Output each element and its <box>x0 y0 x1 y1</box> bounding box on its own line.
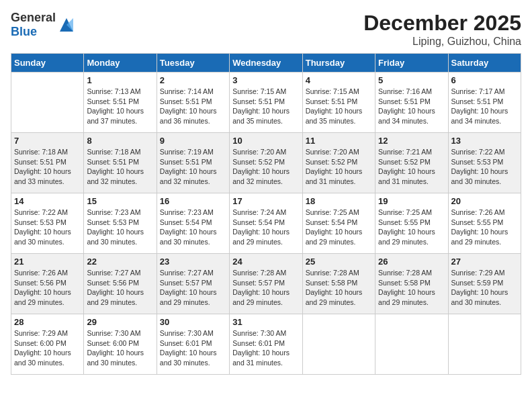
day-number: 7 <box>14 136 81 146</box>
calendar-week-row: 28 Sunrise: 7:29 AMSunset: 6:00 PMDaylig… <box>11 314 521 375</box>
day-info: Sunrise: 7:25 AMSunset: 5:55 PMDaylight:… <box>378 208 435 246</box>
logo-general: General <box>11 11 56 24</box>
calendar-cell: 4 Sunrise: 7:15 AMSunset: 5:51 PMDayligh… <box>302 73 375 133</box>
logo: General Blue <box>11 11 76 39</box>
day-number: 1 <box>87 75 153 85</box>
day-number: 18 <box>306 196 372 206</box>
day-info: Sunrise: 7:14 AMSunset: 5:51 PMDaylight:… <box>160 87 217 125</box>
day-info: Sunrise: 7:30 AMSunset: 6:01 PMDaylight:… <box>160 329 217 367</box>
calendar-cell: 23 Sunrise: 7:27 AMSunset: 5:57 PMDaylig… <box>157 254 229 314</box>
day-info: Sunrise: 7:17 AMSunset: 5:51 PMDaylight:… <box>451 87 508 125</box>
day-info: Sunrise: 7:29 AMSunset: 5:59 PMDaylight:… <box>451 269 508 306</box>
calendar-cell <box>302 314 375 375</box>
day-info: Sunrise: 7:26 AMSunset: 5:56 PMDaylight:… <box>14 269 71 306</box>
day-info: Sunrise: 7:15 AMSunset: 5:51 PMDaylight:… <box>232 87 290 125</box>
calendar-week-row: 21 Sunrise: 7:26 AMSunset: 5:56 PMDaylig… <box>11 254 521 314</box>
day-number: 2 <box>160 75 226 85</box>
day-number: 21 <box>14 257 81 267</box>
day-number: 9 <box>160 136 226 146</box>
day-number: 29 <box>87 317 153 327</box>
day-number: 22 <box>87 257 153 267</box>
calendar-cell: 27 Sunrise: 7:29 AMSunset: 5:59 PMDaylig… <box>448 254 521 314</box>
calendar-cell: 14 Sunrise: 7:22 AMSunset: 5:53 PMDaylig… <box>11 193 84 254</box>
day-info: Sunrise: 7:25 AMSunset: 5:54 PMDaylight:… <box>306 208 363 246</box>
day-info: Sunrise: 7:27 AMSunset: 5:57 PMDaylight:… <box>160 269 217 306</box>
day-info: Sunrise: 7:18 AMSunset: 5:51 PMDaylight:… <box>87 148 144 185</box>
day-number: 19 <box>378 196 445 206</box>
calendar-week-row: 14 Sunrise: 7:22 AMSunset: 5:53 PMDaylig… <box>11 193 521 254</box>
day-header-friday: Friday <box>375 54 448 73</box>
calendar-cell: 18 Sunrise: 7:25 AMSunset: 5:54 PMDaylig… <box>302 193 375 254</box>
day-number: 5 <box>378 75 445 85</box>
day-info: Sunrise: 7:23 AMSunset: 5:54 PMDaylight:… <box>160 208 217 246</box>
calendar-header-row: SundayMondayTuesdayWednesdayThursdayFrid… <box>11 54 521 73</box>
day-info: Sunrise: 7:29 AMSunset: 6:00 PMDaylight:… <box>14 329 71 367</box>
day-number: 27 <box>451 257 518 267</box>
day-info: Sunrise: 7:28 AMSunset: 5:58 PMDaylight:… <box>306 269 363 306</box>
calendar-cell <box>448 314 521 375</box>
calendar-cell: 17 Sunrise: 7:24 AMSunset: 5:54 PMDaylig… <box>230 193 302 254</box>
calendar-cell: 7 Sunrise: 7:18 AMSunset: 5:51 PMDayligh… <box>11 133 84 193</box>
day-number: 28 <box>14 317 81 327</box>
day-number: 4 <box>306 75 372 85</box>
day-number: 25 <box>306 257 372 267</box>
calendar-cell: 6 Sunrise: 7:17 AMSunset: 5:51 PMDayligh… <box>448 73 521 133</box>
month-title: December 2025 <box>363 11 521 36</box>
day-info: Sunrise: 7:23 AMSunset: 5:53 PMDaylight:… <box>87 208 144 246</box>
day-number: 16 <box>160 196 226 206</box>
day-info: Sunrise: 7:22 AMSunset: 5:53 PMDaylight:… <box>451 148 508 185</box>
calendar-cell: 1 Sunrise: 7:13 AMSunset: 5:51 PMDayligh… <box>84 73 157 133</box>
calendar-cell: 24 Sunrise: 7:28 AMSunset: 5:57 PMDaylig… <box>230 254 302 314</box>
calendar-cell: 8 Sunrise: 7:18 AMSunset: 5:51 PMDayligh… <box>84 133 157 193</box>
calendar-cell: 2 Sunrise: 7:14 AMSunset: 5:51 PMDayligh… <box>157 73 229 133</box>
day-number: 3 <box>232 75 299 85</box>
calendar-cell <box>375 314 448 375</box>
day-info: Sunrise: 7:20 AMSunset: 5:52 PMDaylight:… <box>232 148 290 185</box>
day-number: 23 <box>160 257 226 267</box>
day-number: 11 <box>306 136 372 146</box>
day-info: Sunrise: 7:24 AMSunset: 5:54 PMDaylight:… <box>232 208 290 246</box>
calendar-cell: 25 Sunrise: 7:28 AMSunset: 5:58 PMDaylig… <box>302 254 375 314</box>
day-header-wednesday: Wednesday <box>230 54 302 73</box>
title-block: December 2025 Liping, Guizhou, China <box>363 11 521 48</box>
day-info: Sunrise: 7:30 AMSunset: 6:01 PMDaylight:… <box>232 329 290 367</box>
logo-blue: Blue <box>11 25 37 38</box>
day-number: 15 <box>87 196 153 206</box>
calendar-cell: 31 Sunrise: 7:30 AMSunset: 6:01 PMDaylig… <box>230 314 302 375</box>
day-info: Sunrise: 7:22 AMSunset: 5:53 PMDaylight:… <box>14 208 71 246</box>
calendar-cell: 20 Sunrise: 7:26 AMSunset: 5:55 PMDaylig… <box>448 193 521 254</box>
day-info: Sunrise: 7:28 AMSunset: 5:58 PMDaylight:… <box>378 269 435 306</box>
location-title: Liping, Guizhou, China <box>363 36 521 48</box>
calendar-cell: 5 Sunrise: 7:16 AMSunset: 5:51 PMDayligh… <box>375 73 448 133</box>
day-info: Sunrise: 7:30 AMSunset: 6:00 PMDaylight:… <box>87 329 144 367</box>
day-info: Sunrise: 7:13 AMSunset: 5:51 PMDaylight:… <box>87 87 144 125</box>
day-info: Sunrise: 7:19 AMSunset: 5:51 PMDaylight:… <box>160 148 217 185</box>
day-info: Sunrise: 7:27 AMSunset: 5:56 PMDaylight:… <box>87 269 144 306</box>
calendar-cell: 11 Sunrise: 7:20 AMSunset: 5:52 PMDaylig… <box>302 133 375 193</box>
day-info: Sunrise: 7:26 AMSunset: 5:55 PMDaylight:… <box>451 208 508 246</box>
day-number: 20 <box>451 196 518 206</box>
day-info: Sunrise: 7:21 AMSunset: 5:52 PMDaylight:… <box>378 148 435 185</box>
day-number: 13 <box>451 136 518 146</box>
page-header: General Blue December 2025 Liping, Guizh… <box>11 11 521 48</box>
day-info: Sunrise: 7:20 AMSunset: 5:52 PMDaylight:… <box>306 148 363 185</box>
calendar-cell: 16 Sunrise: 7:23 AMSunset: 5:54 PMDaylig… <box>157 193 229 254</box>
calendar-cell: 9 Sunrise: 7:19 AMSunset: 5:51 PMDayligh… <box>157 133 229 193</box>
calendar-week-row: 7 Sunrise: 7:18 AMSunset: 5:51 PMDayligh… <box>11 133 521 193</box>
calendar-table: SundayMondayTuesdayWednesdayThursdayFrid… <box>11 53 521 375</box>
calendar-week-row: 1 Sunrise: 7:13 AMSunset: 5:51 PMDayligh… <box>11 73 521 133</box>
day-number: 8 <box>87 136 153 146</box>
day-header-monday: Monday <box>84 54 157 73</box>
day-header-thursday: Thursday <box>302 54 375 73</box>
day-number: 31 <box>232 317 299 327</box>
calendar-cell: 29 Sunrise: 7:30 AMSunset: 6:00 PMDaylig… <box>84 314 157 375</box>
day-number: 12 <box>378 136 445 146</box>
day-number: 24 <box>232 257 299 267</box>
day-number: 30 <box>160 317 226 327</box>
calendar-cell: 10 Sunrise: 7:20 AMSunset: 5:52 PMDaylig… <box>230 133 302 193</box>
day-info: Sunrise: 7:18 AMSunset: 5:51 PMDaylight:… <box>14 148 71 185</box>
day-info: Sunrise: 7:15 AMSunset: 5:51 PMDaylight:… <box>306 87 363 125</box>
day-number: 14 <box>14 196 81 206</box>
calendar-cell: 21 Sunrise: 7:26 AMSunset: 5:56 PMDaylig… <box>11 254 84 314</box>
calendar-cell: 12 Sunrise: 7:21 AMSunset: 5:52 PMDaylig… <box>375 133 448 193</box>
